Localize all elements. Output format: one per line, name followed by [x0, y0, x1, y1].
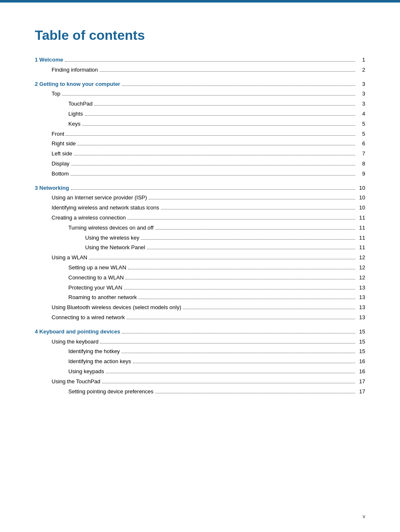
toc-entry-page: 11	[357, 224, 365, 232]
toc-entry: Connecting to a WLAN12	[35, 274, 365, 282]
toc-entry: Using keypads16	[35, 367, 365, 376]
toc-entry: Using the Network Panel11	[35, 243, 365, 252]
toc-dots	[122, 353, 355, 353]
toc-entry-label: Connecting to a wired network	[52, 313, 125, 322]
toc-dots	[147, 249, 355, 249]
toc-entry-label: Connecting to a WLAN	[68, 274, 124, 282]
toc-entry-label: Top	[52, 90, 60, 98]
toc-entry-label: Roaming to another network	[68, 293, 137, 302]
toc-dots	[138, 299, 355, 299]
toc-entry-page: 13	[357, 293, 365, 302]
toc-dots	[128, 269, 355, 269]
toc-entry-page: 3	[357, 90, 365, 98]
toc-entry-page: 15	[357, 338, 365, 346]
toc-entry-page: 15	[357, 328, 365, 336]
toc-dots	[78, 145, 355, 145]
toc-entry-label: Using the Network Panel	[85, 243, 145, 252]
toc-dots	[82, 125, 355, 126]
toc-entry: Using Bluetooth wireless devices (select…	[35, 303, 365, 312]
toc-entry: Using the wireless key11	[35, 234, 365, 243]
toc-dots	[62, 95, 355, 96]
toc-chapter-entry: 2 Getting to know your computer3	[35, 80, 365, 89]
toc-entry-page: 3	[357, 100, 365, 108]
toc-entry: Finding information2	[35, 66, 365, 75]
toc-dots	[161, 209, 355, 209]
toc-entry-label: Lights	[68, 110, 83, 119]
toc-dots	[122, 85, 355, 86]
toc-entry-label: Front	[52, 130, 64, 139]
toc-entry-label: Identifying wireless and network status …	[52, 204, 159, 212]
toc-entry-label: 4 Keyboard and pointing devices	[35, 328, 120, 336]
toc-entry: Using an Internet service provider (ISP)…	[35, 194, 365, 202]
page-footer: v	[363, 514, 365, 519]
toc-entry-page: 16	[357, 357, 365, 366]
toc-dots	[183, 309, 355, 309]
toc-entry-label: Display	[52, 160, 70, 168]
toc-dots	[127, 219, 355, 220]
toc-entry-page: 16	[357, 367, 365, 376]
toc-dots	[125, 279, 355, 279]
main-content: Table of contents 1 Welcome1Finding info…	[0, 3, 400, 429]
toc-entry-label: Using the wireless key	[85, 234, 139, 243]
toc-entry-label: 3 Networking	[35, 184, 69, 193]
toc-dots	[100, 343, 355, 343]
toc-dots	[155, 393, 355, 393]
toc-dots	[70, 175, 355, 176]
toc-entry-page: 13	[357, 303, 365, 312]
toc-dots	[141, 239, 355, 240]
toc-entry: Left side7	[35, 150, 365, 158]
toc-entry: Lights4	[35, 110, 365, 119]
toc-entry-page: 11	[357, 214, 365, 222]
toc-dots	[124, 289, 355, 289]
toc-entry-label: Using the TouchPad	[52, 377, 100, 386]
toc-entry: Right side6	[35, 139, 365, 148]
toc-entry-label: 1 Welcome	[35, 56, 63, 65]
toc-entry-label: TouchPad	[68, 100, 93, 108]
toc-entry-label: Bottom	[52, 170, 69, 178]
toc-entry-label: Setting up a new WLAN	[68, 263, 126, 272]
toc-entry: Using a WLAN12	[35, 253, 365, 262]
toc-entry-page: 10	[357, 194, 365, 202]
toc-entry-label: Using Bluetooth wireless devices (select…	[52, 303, 181, 312]
toc-entry-page: 5	[357, 120, 365, 129]
toc-dots	[71, 189, 355, 190]
toc-entry: Front5	[35, 130, 365, 139]
toc-entry: Using the TouchPad17	[35, 377, 365, 386]
toc-dots	[155, 229, 355, 230]
toc-entry-page: 10	[357, 204, 365, 212]
toc-entry-page: 3	[357, 80, 365, 89]
toc-entry-page: 4	[357, 110, 365, 119]
toc-entry-label: Identifying the action keys	[68, 357, 131, 366]
toc-entry-label: Finding information	[52, 66, 98, 75]
toc-entry-label: Right side	[52, 139, 76, 148]
toc-entry-page: 12	[357, 253, 365, 262]
toc-dots	[89, 259, 355, 259]
toc-entry: Identifying wireless and network status …	[35, 204, 365, 212]
toc-entry-page: 10	[357, 184, 365, 193]
toc-entry: Protecting your WLAN13	[35, 284, 365, 292]
toc-entry-label: Creating a wireless connection	[52, 214, 126, 222]
toc-entry: Setting pointing device preferences17	[35, 387, 365, 396]
toc-entry: Top3	[35, 90, 365, 98]
toc-entry-page: 17	[357, 387, 365, 396]
toc-entry-page: 17	[357, 377, 365, 386]
toc-dots	[85, 115, 355, 116]
toc-entry: Creating a wireless connection11	[35, 214, 365, 222]
toc-dots	[100, 71, 355, 72]
toc-chapter-entry: 4 Keyboard and pointing devices15	[35, 328, 365, 336]
toc-entry-page: 13	[357, 284, 365, 292]
toc-entry: Roaming to another network13	[35, 293, 365, 302]
toc-entry-page: 6	[357, 139, 365, 148]
toc-entry-page: 1	[357, 56, 365, 65]
toc-entry: Setting up a new WLAN12	[35, 263, 365, 272]
toc-list: 1 Welcome1Finding information22 Getting …	[35, 56, 365, 396]
toc-entry-label: Using an Internet service provider (ISP)	[52, 194, 147, 202]
toc-dots	[74, 155, 355, 155]
page-number: v	[363, 514, 365, 519]
toc-title: Table of contents	[35, 28, 365, 43]
toc-dots	[66, 135, 355, 136]
toc-chapter-entry: 1 Welcome1	[35, 56, 365, 65]
toc-entry-label: Using keypads	[68, 367, 104, 376]
toc-entry-label: Using the keyboard	[52, 338, 99, 346]
toc-entry-label: Using a WLAN	[52, 253, 87, 262]
